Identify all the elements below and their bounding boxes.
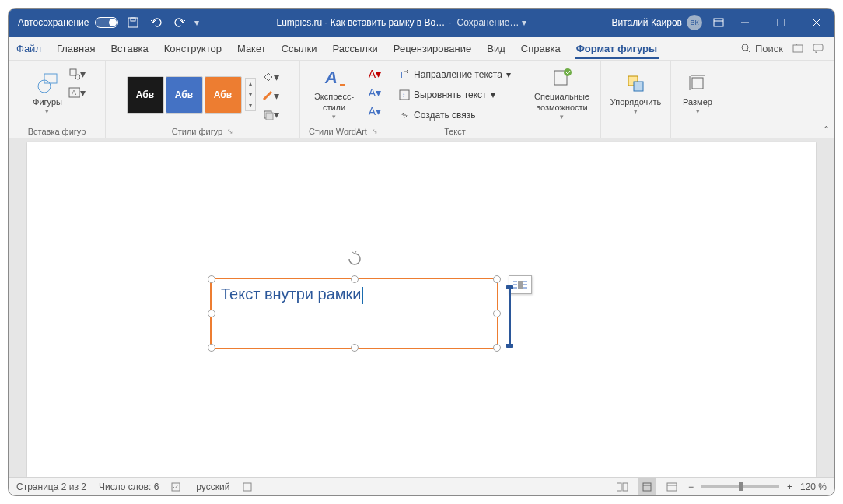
tab-mailings[interactable]: Рассылки	[324, 37, 385, 61]
share-icon[interactable]	[792, 43, 803, 54]
autosave-toggle[interactable]	[95, 17, 118, 28]
rotate-handle[interactable]	[347, 251, 362, 267]
view-print-icon[interactable]	[638, 478, 656, 495]
shape-outline-icon[interactable]: ▾	[262, 87, 279, 104]
svg-rect-11	[813, 44, 823, 51]
resize-handle-br[interactable]	[493, 344, 501, 352]
tab-home[interactable]: Главная	[49, 37, 103, 61]
link-icon	[399, 110, 410, 121]
group-wordart: Стили WordArt	[309, 127, 367, 136]
zoom-level[interactable]: 120 %	[800, 481, 827, 492]
svg-rect-1	[131, 18, 135, 21]
resize-handle-b[interactable]	[351, 344, 359, 352]
user-name: Виталий Каиров	[611, 17, 682, 28]
redo-icon[interactable]	[171, 14, 188, 31]
svg-line-9	[747, 50, 750, 53]
svg-rect-31	[518, 281, 523, 289]
shape-style-1[interactable]: Абв	[127, 76, 164, 114]
tab-help[interactable]: Справка	[513, 37, 568, 61]
zoom-in-button[interactable]: +	[787, 481, 792, 492]
shapes-button[interactable]: Фигуры ▾	[28, 64, 67, 123]
resize-handle-l[interactable]	[208, 310, 215, 317]
text-box-shape[interactable]: Текст внутри рамки	[210, 278, 498, 349]
macro-record-icon[interactable]	[242, 481, 253, 492]
view-web-icon[interactable]	[663, 478, 680, 495]
close-button[interactable]	[799, 9, 834, 37]
svg-rect-12	[44, 74, 57, 83]
tab-insert[interactable]: Вставка	[103, 37, 156, 61]
create-link-button[interactable]: Создать связь	[394, 106, 516, 124]
wordart-launcher[interactable]: ⤡	[372, 128, 378, 135]
resize-handle-tl[interactable]	[208, 275, 215, 283]
text-fill-icon[interactable]: A▾	[366, 65, 383, 82]
menubar: Файл Главная Вставка Конструктор Макет С…	[9, 37, 834, 61]
align-text-button[interactable]: ↕Выровнять текст▾	[394, 86, 516, 103]
spell-check-icon[interactable]	[171, 481, 184, 492]
arrange-button[interactable]: Упорядочить▾	[606, 64, 666, 123]
svg-text:A: A	[72, 89, 76, 96]
group-text: Текст	[444, 125, 466, 138]
edit-shape-icon[interactable]: ▾	[68, 65, 86, 82]
resize-handle-bl[interactable]	[208, 344, 215, 352]
svg-rect-44	[667, 483, 677, 491]
collapse-ribbon-icon[interactable]: ⌃	[823, 124, 830, 135]
page: Текст внутри рамки	[27, 142, 816, 477]
svg-text:A: A	[324, 68, 338, 87]
style-gallery-nav[interactable]: ▴▾▾	[245, 79, 256, 111]
svg-text:↕: ↕	[402, 92, 405, 99]
text-direction-button[interactable]: IНаправление текста▾	[394, 65, 516, 83]
svg-point-25	[564, 68, 572, 76]
selection-cursor[interactable]	[509, 287, 511, 346]
user-account[interactable]: Виталий Каиров ВК	[603, 15, 710, 30]
wordart-express-button[interactable]: A Экспресс-стили ▾	[303, 64, 365, 123]
document-canvas[interactable]: Текст внутри рамки	[9, 138, 834, 477]
shape-style-3[interactable]: Абв	[205, 76, 242, 114]
maximize-button[interactable]	[763, 9, 799, 37]
resize-handle-tr[interactable]	[493, 275, 501, 283]
shape-fill-icon[interactable]: ▾	[262, 68, 279, 86]
save-icon[interactable]	[124, 14, 142, 31]
svg-rect-14	[70, 69, 76, 75]
tab-shape-format[interactable]: Формат фигуры	[568, 37, 665, 61]
view-read-icon[interactable]	[614, 478, 631, 495]
accessibility-icon	[550, 65, 575, 90]
resize-handle-t[interactable]	[351, 275, 359, 283]
status-language[interactable]: русский	[196, 481, 229, 492]
tab-layout[interactable]: Макет	[229, 37, 274, 61]
shape-effects-icon[interactable]: ▾	[262, 106, 279, 123]
statusbar: Страница 2 из 2 Число слов: 6 русский − …	[9, 477, 834, 495]
text-outline-icon[interactable]: A▾	[366, 84, 383, 101]
svg-rect-39	[243, 483, 251, 491]
app-window: Автосохранение ▾ Lumpics.ru - Как встави…	[8, 8, 835, 496]
shape-style-2[interactable]: Абв	[166, 76, 203, 114]
svg-point-8	[742, 44, 748, 51]
shapes-icon	[35, 71, 60, 96]
status-words[interactable]: Число слов: 6	[99, 481, 159, 492]
svg-rect-5	[777, 19, 785, 26]
size-button[interactable]: Размер▾	[678, 64, 717, 123]
tab-review[interactable]: Рецензирование	[386, 37, 479, 61]
tab-file[interactable]: Файл	[9, 37, 49, 61]
status-page[interactable]: Страница 2 из 2	[16, 481, 86, 492]
size-icon	[685, 71, 710, 96]
zoom-slider[interactable]	[701, 485, 779, 488]
ribbon-display-icon[interactable]	[710, 14, 727, 31]
search-icon	[741, 44, 751, 54]
text-cursor	[362, 287, 363, 304]
shape-styles-launcher[interactable]: ⤡	[227, 128, 233, 135]
minimize-button[interactable]	[727, 9, 763, 37]
zoom-out-button[interactable]: −	[688, 481, 694, 492]
tab-design[interactable]: Конструктор	[156, 37, 229, 61]
resize-handle-r[interactable]	[493, 310, 501, 317]
text-box-icon[interactable]: A▾	[68, 84, 86, 101]
group-shape-styles: Стили фигур	[172, 127, 222, 136]
tab-references[interactable]: Ссылки	[274, 37, 325, 61]
accessibility-button[interactable]: Специальные возможности▾	[526, 64, 597, 123]
text-effects-icon[interactable]: A▾	[366, 103, 383, 120]
search-box[interactable]: Поиск	[741, 43, 783, 54]
shape-text[interactable]: Текст внутри рамки	[221, 285, 363, 304]
tab-view[interactable]: Вид	[479, 37, 513, 61]
comments-icon[interactable]	[813, 43, 824, 54]
svg-point-15	[75, 75, 80, 79]
undo-icon[interactable]	[148, 14, 165, 31]
